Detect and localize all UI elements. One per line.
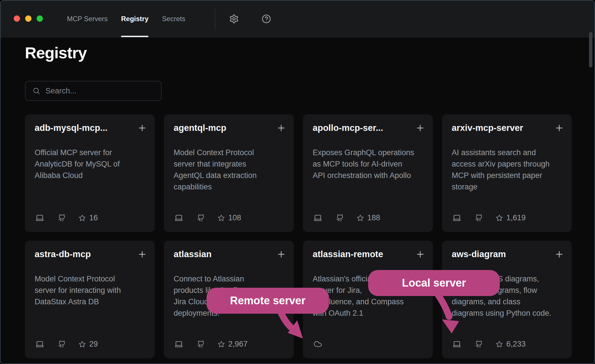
card-footer: 16	[35, 213, 98, 222]
star-icon	[79, 341, 86, 348]
search-input[interactable]	[45, 86, 154, 96]
tab-label: MCP Servers	[67, 15, 108, 23]
card-footer: 108	[174, 213, 241, 222]
laptop-icon	[174, 213, 184, 222]
description-line: Model Context Protocol	[35, 273, 147, 285]
server-name: atlassian-remote	[313, 249, 383, 259]
server-card[interactable]: aws-diagram Generate AWS diagrams,sequen…	[442, 241, 572, 358]
description-line: AI assistants search and	[452, 147, 564, 158]
star-count: 6,233	[506, 340, 526, 349]
callout-label: Remote server	[230, 295, 306, 307]
laptop-icon	[452, 213, 462, 222]
add-server-button[interactable]	[138, 250, 147, 259]
server-description: Model Context Protocolserver for interac…	[35, 273, 147, 307]
description-line: capabilities	[174, 181, 286, 193]
star-count: 108	[228, 213, 241, 222]
description-line: access arXiv papers through	[452, 158, 564, 170]
help-circle-icon	[261, 14, 271, 24]
github-icon	[336, 214, 344, 222]
server-name: atlassian	[174, 249, 212, 259]
card-footer: 6,233	[452, 339, 526, 349]
star-icon	[496, 341, 503, 348]
card-footer: 2,967	[174, 339, 248, 349]
card-header: apollo-mcp-ser...	[313, 123, 425, 133]
github-icon	[197, 214, 205, 222]
page-title: Registry	[25, 43, 87, 62]
search-box	[25, 81, 162, 101]
zoom-button[interactable]	[37, 15, 43, 22]
card-footer: 188	[313, 213, 380, 222]
laptop-icon	[35, 213, 45, 222]
server-description: Official MCP server forAnalyticDB for My…	[35, 147, 147, 181]
scrollbar-thumb[interactable]	[589, 32, 592, 67]
star-count: 1,619	[506, 213, 526, 222]
card-footer: 1,619	[452, 213, 526, 222]
description-line: DataStax Astra DB	[35, 296, 147, 307]
add-server-button[interactable]	[555, 250, 564, 259]
description-line: Exposes GraphQL operations	[313, 147, 425, 158]
laptop-icon	[174, 340, 184, 348]
description-line: storage	[452, 181, 564, 193]
registry-card-grid: adb-mysql-mcp... Official MCP server for…	[25, 114, 572, 358]
server-name: aws-diagram	[452, 249, 506, 259]
star-icon	[357, 214, 364, 221]
plus-icon	[416, 250, 425, 259]
tab-mcp-servers[interactable]: MCP Servers	[67, 1, 108, 37]
card-header: aws-diagram	[452, 249, 564, 259]
cloud-icon	[313, 340, 323, 348]
description-line: Official MCP server for	[35, 147, 147, 158]
description-line: with OAuth 2.1	[313, 307, 425, 319]
server-card[interactable]: arxiv-mcp-server AI assistants search an…	[442, 114, 572, 232]
plus-icon	[138, 250, 147, 259]
traffic-lights	[14, 15, 43, 22]
server-name: agentql-mcp	[174, 123, 226, 133]
server-card[interactable]: apollo-mcp-ser... Exposes GraphQL operat…	[303, 114, 433, 232]
github-icon	[58, 340, 66, 348]
star-icon	[218, 341, 225, 348]
add-server-button[interactable]	[138, 123, 147, 133]
add-server-button[interactable]	[555, 123, 564, 133]
add-server-button[interactable]	[416, 250, 425, 259]
add-server-button[interactable]	[416, 123, 425, 133]
nav-tabs: MCP Servers Registry Secrets	[67, 1, 271, 37]
card-footer	[313, 339, 323, 349]
title-bar: MCP Servers Registry Secrets	[1, 1, 594, 37]
server-description: AI assistants search andaccess arXiv pap…	[452, 147, 564, 193]
tab-registry[interactable]: Registry	[121, 1, 148, 37]
tab-label: Registry	[121, 15, 148, 23]
star-count: 188	[367, 213, 380, 222]
add-server-button[interactable]	[277, 123, 286, 133]
description-line: server that integrates	[174, 158, 286, 170]
description-line: diagrams using Python code.	[452, 307, 564, 319]
card-header: adb-mysql-mcp...	[35, 123, 147, 133]
server-description: Model Context Protocolserver that integr…	[174, 147, 286, 193]
github-icon	[475, 214, 483, 222]
description-line: MCP with persistent paper	[452, 170, 564, 181]
server-name: astra-db-mcp	[35, 249, 91, 259]
minimize-button[interactable]	[25, 15, 31, 22]
description-line: as MCP tools for AI-driven	[313, 158, 425, 170]
star-count: 16	[89, 213, 98, 222]
settings-button[interactable]	[229, 1, 239, 37]
server-card[interactable]: agentql-mcp Model Context Protocolserver…	[164, 114, 294, 232]
tab-secrets[interactable]: Secrets	[162, 1, 185, 37]
server-card[interactable]: adb-mysql-mcp... Official MCP server for…	[25, 114, 155, 232]
description-line: diagrams, and class	[452, 296, 564, 307]
add-server-button[interactable]	[277, 250, 286, 259]
star-count: 29	[89, 340, 98, 349]
tab-label: Secrets	[162, 15, 185, 23]
star-icon	[496, 214, 503, 221]
plus-icon	[277, 250, 286, 259]
gear-icon	[229, 14, 239, 24]
server-card[interactable]: astra-db-mcp Model Context Protocolserve…	[25, 241, 155, 358]
card-footer: 29	[35, 339, 98, 349]
card-header: arxiv-mcp-server	[452, 123, 564, 133]
star-count: 2,967	[228, 340, 248, 349]
plus-icon	[555, 250, 564, 259]
description-line: Confluence, and Compass	[313, 296, 425, 307]
close-button[interactable]	[14, 15, 20, 22]
local-server-callout: Local server	[368, 270, 500, 296]
card-header: astra-db-mcp	[35, 249, 147, 259]
app-window: MCP Servers Registry Secrets Registry	[0, 0, 595, 364]
help-button[interactable]	[261, 1, 271, 37]
